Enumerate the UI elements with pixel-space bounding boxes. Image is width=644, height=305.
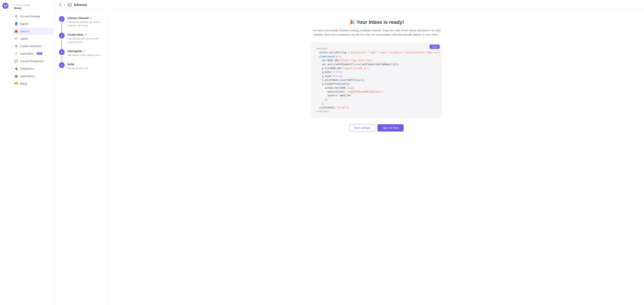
sidebar-item-account-settings[interactable]: ⚙ Account Settings (12, 13, 53, 20)
sidebar-item-integrations[interactable]: 🔌 Integrations (12, 65, 53, 72)
step-content-3: Add Agents ✓ Add agents to the created i… (67, 49, 101, 57)
svg-point-1 (4, 5, 5, 6)
sidebar-item-label: Custom Attributes (20, 45, 42, 48)
integrations-icon: 🔌 (14, 67, 18, 70)
code-line-7: g.defer = true; (316, 70, 436, 74)
code-line-15: } (316, 102, 436, 106)
step-1: 1 Choose Channel ✓ Choose the provider y… (59, 16, 105, 27)
custom-attributes-icon: ⊞ (14, 44, 18, 48)
code-line-14: }) (316, 98, 436, 102)
step-4: 4 Voila! You are all set to go! (59, 62, 105, 70)
agents-icon: 👤 (14, 22, 18, 25)
inbox-ready-desc: You have successfully finished creating … (311, 28, 442, 37)
take-me-there-button[interactable]: Take me there (378, 124, 404, 132)
sidebar-item-inboxes[interactable]: 📥 Inboxes (12, 28, 53, 35)
sidebar-item-agents[interactable]: 👤 Agents (12, 20, 53, 27)
step-title-2: Create Inbox ✓ (67, 33, 105, 36)
svg-rect-3 (68, 4, 72, 6)
sidebar-item-label: Labels (20, 37, 28, 40)
icon-bar (0, 0, 11, 305)
code-line-4: var BASE_URL="https://app.hoory.com"; (316, 59, 436, 62)
code-block: Copy <script> window.hoorySettings = {"p… (311, 42, 442, 118)
sidebar-item-label: Applications (20, 75, 35, 78)
code-line-16: })(document,"script"); (316, 106, 436, 110)
viewing-label: Currently viewing: (14, 4, 52, 6)
inboxes-icon: 📥 (14, 29, 18, 33)
code-line-6: g.src=BASE_URL+"/packs/js/sdk.js"; (316, 66, 436, 70)
sidebar-item-canned-responses[interactable]: 💬 Canned Responses (12, 57, 53, 65)
step-circle-1: 1 (59, 16, 65, 22)
step-content-4: Voila! You are all set to go! (67, 62, 88, 70)
sidebar-item-label: Automation (20, 52, 34, 55)
step-title-4: Voila! (67, 63, 88, 66)
account-settings-icon: ⚙ (14, 14, 18, 18)
sidebar-item-label: Billing (20, 82, 27, 85)
sidebar-item-labels[interactable]: 🏷 Labels (12, 35, 53, 42)
step-3: 3 Add Agents ✓ Add agents to the created… (59, 49, 105, 57)
sidebar-item-label: Integrations (20, 67, 34, 70)
step-title-3: Add Agents ✓ (67, 50, 101, 53)
org-name: Hoory (14, 6, 52, 9)
sidebar-item-label: Account Settings (20, 15, 40, 18)
code-line-1: <script> (316, 47, 436, 51)
code-line-12: websiteToken: 'kqq9eYVQiopaMBFhgaZLekvs'… (316, 90, 436, 94)
step-content-1: Choose Channel ✓ Choose the provider you… (67, 16, 105, 27)
step-content-2: Create Inbox ✓ Authenticate your account… (67, 33, 105, 44)
content-area: 1 Choose Channel ✓ Choose the provider y… (55, 10, 644, 305)
automation-icon: ⚡ (14, 52, 18, 55)
step-circle-4: 4 (59, 62, 65, 68)
svg-point-2 (6, 5, 7, 6)
sidebar-item-automation[interactable]: ⚡ Automation Beta (12, 50, 53, 57)
sidebar-item-billing[interactable]: 💳 Billing (12, 80, 53, 87)
main-area: ☰ ‹ Inboxes 1 Choose Channel ✓ Choose th… (55, 0, 644, 305)
inbox-icon (68, 3, 72, 7)
code-line-8: g.async = true; (316, 74, 436, 78)
step-check-1: ✓ (90, 16, 92, 20)
labels-icon: 🏷 (14, 37, 18, 40)
steps-panel: 1 Choose Channel ✓ Choose the provider y… (55, 10, 109, 305)
step-desc-1: Choose the provider you want to integrat… (67, 20, 105, 27)
code-line-5: var g=d.createElement(t),s=d.getElements… (316, 62, 436, 66)
sidebar-item-label: Canned Responses (20, 60, 44, 63)
applications-icon: 📦 (14, 74, 18, 78)
step-check-2: ✓ (85, 33, 87, 36)
copy-button[interactable]: Copy (430, 45, 440, 49)
beta-badge: Beta (36, 52, 43, 55)
sidebar-item-custom-attributes[interactable]: ⊞ Custom Attributes (12, 42, 53, 50)
code-line-11: window.hoorySDK.run({ (316, 86, 436, 90)
step-desc-2: Authenticate your account and create an … (67, 37, 105, 44)
more-settings-button[interactable]: More settings (349, 124, 375, 132)
sidebar-header: Currently viewing: Hoory (11, 3, 55, 13)
code-line-2: window.hoorySettings = {"position":"righ… (316, 51, 436, 55)
code-line-3: (function(d,t) { (316, 55, 436, 59)
code-line-13: baseUrl: BASE_URL (316, 94, 436, 98)
billing-icon: 💳 (14, 82, 18, 85)
code-line-10: g.onload=function(){ (316, 82, 436, 86)
step-2: 2 Create Inbox ✓ Authenticate your accou… (59, 33, 105, 44)
sidebar-item-label: Inboxes (20, 30, 30, 33)
step-desc-3: Add agents to the created inbox. (67, 53, 101, 57)
step-desc-4: You are all set to go! (67, 66, 88, 70)
back-icon[interactable]: ‹ (64, 3, 65, 7)
sidebar-item-applications[interactable]: 📦 Applications (12, 72, 53, 80)
canned-responses-icon: 💬 (14, 59, 18, 63)
inbox-ready-panel: 🎉 Your Inbox is ready! You have successf… (109, 10, 644, 305)
page-title: Inboxes (74, 3, 87, 7)
svg-point-0 (2, 3, 8, 9)
sidebar-item-label: Agents (20, 22, 28, 25)
step-circle-3: 3 (59, 49, 65, 55)
step-title-1: Choose Channel ✓ (67, 16, 105, 20)
ready-title-text: Your Inbox is ready! (356, 19, 404, 25)
step-check-3: ✓ (84, 50, 86, 53)
sidebar-nav: ⚙ Account Settings 👤 Agents 📥 Inboxes 🏷 … (11, 13, 55, 87)
topbar: ☰ ‹ Inboxes (55, 0, 644, 10)
ready-emoji: 🎉 (349, 19, 355, 25)
step-circle-2: 2 (59, 33, 65, 38)
code-line-9: s.parentNode.insertBefore(g,s); (316, 78, 436, 82)
code-line-17: </script> (316, 110, 436, 113)
menu-icon[interactable]: ☰ (59, 3, 62, 7)
inbox-ready-title: 🎉 Your Inbox is ready! (349, 19, 404, 25)
sidebar: Currently viewing: Hoory ⚙ Account Setti… (11, 0, 55, 305)
app-logo (2, 2, 9, 9)
action-buttons: More settings Take me there (349, 124, 404, 132)
